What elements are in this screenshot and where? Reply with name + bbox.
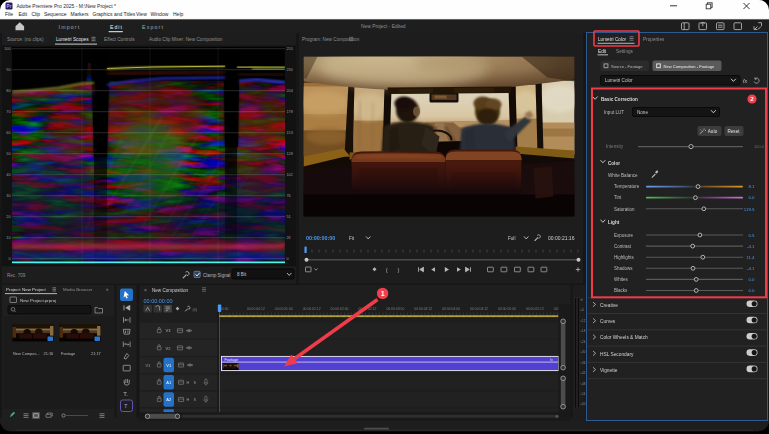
svg-text:Fit: Fit <box>349 236 355 241</box>
svg-text:Clip: Clip <box>32 11 41 17</box>
svg-text:V1: V1 <box>146 363 152 368</box>
svg-text:Basic Correction: Basic Correction <box>601 97 638 102</box>
svg-text:50: 50 <box>6 152 10 156</box>
svg-text:Edit: Edit <box>19 11 28 17</box>
svg-text:Pr: Pr <box>7 4 12 9</box>
svg-text:21:17: 21:17 <box>91 351 101 356</box>
svg-text:Creative: Creative <box>600 303 618 308</box>
svg-text:00:00:21:16: 00:00:21:16 <box>548 235 575 241</box>
svg-text:Rec. 709: Rec. 709 <box>7 273 26 278</box>
svg-text:H: H <box>187 398 190 402</box>
svg-text:V3: V3 <box>166 328 172 333</box>
svg-text:11.4: 11.4 <box>746 255 755 260</box>
svg-text:60: 60 <box>6 131 10 135</box>
svg-text:Light: Light <box>608 220 620 225</box>
svg-text:Sequence: Sequence <box>44 11 67 17</box>
svg-text:21:16: 21:16 <box>44 351 54 356</box>
svg-text:Clamp Signal: Clamp Signal <box>203 273 230 278</box>
svg-text:00:00:04:12: 00:00:04:12 <box>470 307 488 311</box>
svg-text:V1: V1 <box>166 363 172 368</box>
svg-text:0: 0 <box>287 257 289 261</box>
svg-text:Curves: Curves <box>600 319 616 324</box>
svg-text:Saturation: Saturation <box>614 207 635 212</box>
svg-text:Source - Footage: Source - Footage <box>611 64 643 69</box>
svg-text:New Composition: New Composition <box>152 288 188 293</box>
svg-text:-30: -30 <box>581 350 586 354</box>
svg-text:Intensity: Intensity <box>606 144 624 149</box>
svg-text:Input LUT: Input LUT <box>604 110 624 115</box>
svg-text:Lumetri Scopes: Lumetri Scopes <box>56 37 89 42</box>
svg-text:Markers: Markers <box>71 11 90 17</box>
svg-text:-4.1: -4.1 <box>747 244 755 249</box>
svg-text:Lumetri Color: Lumetri Color <box>598 37 627 42</box>
svg-text:8 Bit: 8 Bit <box>237 272 247 277</box>
svg-text:0.5: 0.5 <box>748 233 755 238</box>
svg-text:File: File <box>5 11 13 17</box>
svg-text:90: 90 <box>6 68 10 72</box>
svg-text:Audio Clip Mixer: New Composit: Audio Clip Mixer: New Composition <box>149 37 223 42</box>
svg-text:Lumetri Color: Lumetri Color <box>605 78 633 83</box>
svg-text:Properties: Properties <box>643 37 665 42</box>
svg-text:1: 1 <box>381 290 385 297</box>
svg-text:Adobe Premiere Pro 2025 - M:\N: Adobe Premiere Pro 2025 - M:\New Project… <box>17 3 117 9</box>
svg-text:00:00:05:00: 00:00:05:00 <box>498 307 516 311</box>
svg-text:26: 26 <box>287 236 291 240</box>
svg-text:178: 178 <box>287 110 293 114</box>
svg-text:New Project - Edited: New Project - Edited <box>361 24 406 29</box>
svg-text:Color: Color <box>608 161 620 166</box>
svg-text:New Composition - Footage: New Composition - Footage <box>664 64 715 69</box>
svg-text:Full: Full <box>508 236 515 241</box>
svg-text:New Compos...: New Compos... <box>13 351 40 356</box>
svg-text:Import: Import <box>59 24 81 30</box>
svg-text:Shadows: Shadows <box>614 266 633 271</box>
svg-text:00:00:02:00: 00:00:02:00 <box>331 307 349 311</box>
svg-text:None: None <box>637 110 648 115</box>
svg-text:-48: -48 <box>581 382 586 386</box>
svg-text:Contrast: Contrast <box>614 244 632 249</box>
svg-text:100: 100 <box>4 47 10 51</box>
svg-text:0.0: 0.0 <box>748 277 755 282</box>
svg-text:White Balance: White Balance <box>608 173 638 178</box>
svg-text:100.0: 100.0 <box>754 144 765 149</box>
svg-text:Export: Export <box>142 24 164 30</box>
svg-text:Highlights: Highlights <box>614 255 635 260</box>
svg-text:102: 102 <box>287 173 293 177</box>
svg-text:00:00:03:00: 00:00:03:00 <box>386 307 404 311</box>
svg-text:128: 128 <box>287 152 293 156</box>
svg-text:Edit: Edit <box>110 24 123 30</box>
svg-text:×: × <box>144 287 147 293</box>
svg-text:10: 10 <box>6 236 10 240</box>
svg-text:Temperature: Temperature <box>614 184 640 189</box>
svg-text:Reset: Reset <box>728 129 741 134</box>
svg-text:H: H <box>187 381 190 385</box>
svg-text:255: 255 <box>287 47 293 51</box>
svg-text:Media Browser: Media Browser <box>63 287 93 292</box>
svg-text:119.5: 119.5 <box>744 207 755 212</box>
svg-text:76: 76 <box>287 194 291 198</box>
svg-text:0.0: 0.0 <box>748 288 755 293</box>
svg-text:fx: fx <box>550 358 553 362</box>
svg-text:00:00:01:00: 00:00:01:00 <box>275 307 293 311</box>
svg-text:Window: Window <box>151 11 169 17</box>
svg-text:230: 230 <box>287 68 293 72</box>
svg-text:T.: T. <box>123 391 128 397</box>
svg-text:0.0: 0.0 <box>748 195 755 200</box>
svg-text:Tint: Tint <box>614 195 622 200</box>
svg-text:20: 20 <box>6 215 10 219</box>
svg-text:-54: -54 <box>581 392 586 396</box>
svg-text:8.1: 8.1 <box>748 184 755 189</box>
svg-text:Exposure: Exposure <box>614 233 634 238</box>
svg-text:Auto: Auto <box>708 129 718 134</box>
svg-text:(0): (0) <box>193 308 197 312</box>
svg-text:Help: Help <box>173 11 184 17</box>
svg-text:{: { <box>386 267 388 273</box>
svg-text:Footage: Footage <box>61 351 75 356</box>
svg-text:Settings: Settings <box>616 49 634 54</box>
svg-text:0: 0 <box>8 257 10 261</box>
svg-text:Footage: Footage <box>225 358 239 362</box>
svg-text:V2: V2 <box>166 346 172 351</box>
svg-text:Color Wheels & Match: Color Wheels & Match <box>600 335 648 340</box>
svg-text:153: 153 <box>287 131 293 135</box>
svg-text:00:00:00:00: 00:00:00:00 <box>306 235 335 241</box>
svg-text:00:00:04:00: 00:00:04:00 <box>442 307 460 311</box>
